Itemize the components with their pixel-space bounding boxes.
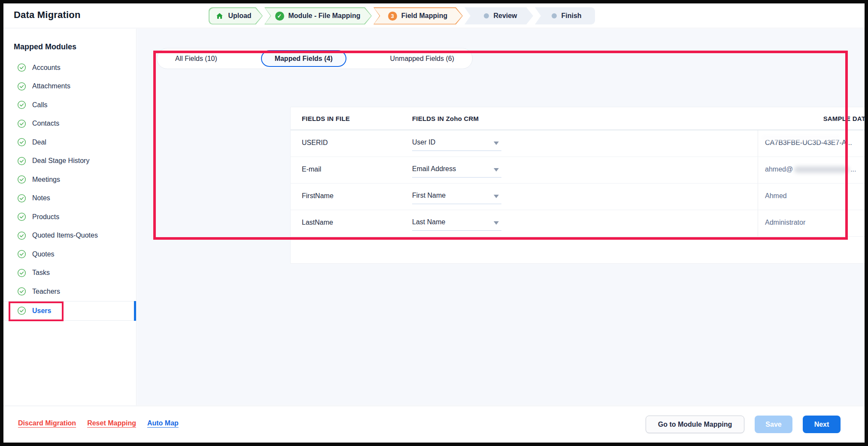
step-review[interactable]: Review — [464, 7, 533, 24]
footer-bar: Discard Migration Reset Mapping Auto Map… — [3, 406, 865, 443]
chevron-down-icon — [494, 221, 499, 225]
header-bar: Data Migration Upload ✓ Module — [3, 3, 865, 28]
sidebar-item-label: Accounts — [32, 64, 61, 72]
sidebar-item-quoted-items-quotes[interactable]: Quoted Items-Quotes — [3, 226, 136, 245]
check-circle-icon — [17, 231, 26, 240]
check-circle-icon — [17, 119, 26, 128]
check-circle-icon — [17, 250, 26, 259]
sidebar-item-deal[interactable]: Deal — [3, 133, 136, 152]
check-circle-icon — [17, 212, 26, 221]
sidebar-item-calls[interactable]: Calls — [3, 96, 136, 115]
step-label: Module - File Mapping — [288, 12, 361, 20]
step-field-mapping[interactable]: 3 Field Mapping — [373, 7, 463, 24]
reset-mapping-link[interactable]: Reset Mapping — [87, 419, 136, 427]
dropdown-value: Email Address — [412, 165, 456, 173]
sample-value-1: Administrator — [765, 219, 805, 226]
step-number-badge: 3 — [388, 12, 397, 21]
sidebar-item-notes[interactable]: Notes — [3, 189, 136, 208]
next-button[interactable]: Next — [803, 416, 841, 433]
sidebar-item-accounts[interactable]: Accounts — [3, 58, 136, 77]
sidebar-heading: Mapped Modules — [14, 42, 136, 51]
sidebar-item-products[interactable]: Products — [3, 208, 136, 226]
save-button[interactable]: Save — [755, 416, 792, 433]
auto-map-link[interactable]: Auto Map — [147, 419, 179, 427]
step-label: Field Mapping — [401, 12, 448, 20]
tab-all-fields[interactable]: All Fields (10) — [161, 50, 232, 67]
step-upload[interactable]: Upload — [209, 7, 263, 24]
mapped-modules-sidebar: Mapped Modules Accounts Attachments Call… — [3, 29, 137, 405]
table-row: USERID User ID CA7B3FBE-UC3D-43E7-A... — [291, 130, 868, 157]
check-circle-icon — [17, 157, 26, 166]
sidebar-item-label: Notes — [32, 194, 50, 202]
sidebar-item-quotes[interactable]: Quotes — [3, 245, 136, 264]
sidebar-item-label: Deal — [32, 139, 46, 146]
dropdown-value: First Name — [412, 192, 446, 199]
field-mapping-panel: All Fields (10) Mapped Fields (4) Unmapp… — [137, 29, 865, 405]
step-finish[interactable]: Finish — [535, 7, 595, 24]
step-module-file-mapping[interactable]: ✓ Module - File Mapping — [264, 7, 372, 24]
sidebar-item-contacts[interactable]: Contacts — [3, 115, 136, 133]
sidebar-item-label: Teachers — [32, 288, 60, 295]
sample-value-1: CA7B3FBE-UC3D-43E7-A... — [765, 139, 852, 147]
sidebar-item-attachments[interactable]: Attachments — [3, 77, 136, 96]
table-row: E-mail Email Address ahmed@... alina@sta… — [291, 157, 868, 184]
crm-field-dropdown[interactable]: First Name — [412, 190, 501, 204]
sidebar-item-label: Meetings — [32, 176, 60, 184]
sidebar-item-teachers[interactable]: Teachers — [3, 282, 136, 301]
column-header-fields-in-file: FIELDS IN FILE — [302, 115, 350, 122]
pending-dot-icon — [552, 13, 557, 18]
sidebar-item-tasks[interactable]: Tasks — [3, 264, 136, 283]
dropdown-value: User ID — [412, 139, 435, 146]
sidebar-item-label: Products — [32, 213, 59, 221]
sidebar-item-label: Users — [32, 307, 51, 315]
chevron-down-icon — [494, 195, 499, 198]
tab-unmapped-fields[interactable]: Unmapped Fields (6) — [376, 50, 469, 67]
chevron-down-icon — [494, 168, 499, 172]
file-field-label: USERID — [302, 139, 328, 147]
crm-field-dropdown[interactable]: Email Address — [412, 163, 501, 178]
data-migration-window: Data Migration Upload ✓ Module — [0, 0, 868, 446]
crm-field-dropdown[interactable]: Last Name — [412, 216, 501, 231]
check-circle-icon — [17, 138, 26, 147]
check-circle-icon — [17, 100, 26, 109]
sidebar-item-meetings[interactable]: Meetings — [3, 170, 136, 189]
check-circle-icon — [17, 268, 26, 277]
table-header-row: FIELDS IN FILE FIELDS IN Zoho CRM SAMPLE… — [291, 107, 868, 130]
table-row: LastName Last Name Administrator Mohamed — [291, 210, 868, 237]
file-field-label: LastName — [302, 219, 333, 226]
check-circle-icon — [17, 287, 26, 296]
fields-tabbar: All Fields (10) Mapped Fields (4) Unmapp… — [157, 48, 473, 69]
sidebar-item-label: Attachments — [32, 82, 70, 90]
module-list: Accounts Attachments Calls Contacts Deal… — [3, 58, 136, 321]
go-to-module-mapping-button[interactable]: Go to Module Mapping — [646, 416, 744, 433]
check-circle-icon — [17, 82, 26, 91]
sample-value-1: Ahmed — [765, 192, 787, 200]
discard-migration-link[interactable]: Discard Migration — [18, 419, 76, 427]
check-circle-icon — [17, 306, 26, 315]
footer-links: Discard Migration Reset Mapping Auto Map — [18, 419, 179, 427]
home-icon — [215, 12, 224, 20]
sidebar-item-label: Contacts — [32, 120, 59, 127]
sidebar-item-deal-stage-history[interactable]: Deal Stage History — [3, 152, 136, 171]
dropdown-value: Last Name — [412, 218, 445, 226]
sidebar-item-users[interactable]: Users — [3, 301, 136, 321]
check-circle-icon — [17, 175, 26, 184]
chevron-down-icon — [494, 142, 499, 145]
column-header-sample-data: SAMPLE DATA FROM FILE — [758, 115, 868, 122]
check-circle-icon — [17, 194, 26, 203]
crm-field-dropdown[interactable]: User ID — [412, 136, 501, 151]
sidebar-item-label: Tasks — [32, 269, 50, 277]
step-label: Finish — [561, 12, 581, 20]
check-circle-icon: ✓ — [275, 12, 284, 21]
tab-mapped-fields[interactable]: Mapped Fields (4) — [261, 50, 346, 67]
sample-value-1: ahmed@... — [765, 166, 856, 173]
footer-buttons: Go to Module Mapping Save Next — [646, 416, 841, 433]
table-row: FirstName First Name Ahmed Alina — [291, 184, 868, 210]
sidebar-item-label: Quoted Items-Quotes — [32, 232, 98, 239]
column-header-fields-in-crm: FIELDS IN Zoho CRM — [412, 115, 479, 122]
sidebar-item-label: Deal Stage History — [32, 157, 89, 165]
sidebar-item-label: Quotes — [32, 250, 55, 258]
step-label: Review — [493, 12, 517, 20]
step-label: Upload — [228, 12, 251, 20]
mapping-table: FIELDS IN FILE FIELDS IN Zoho CRM SAMPLE… — [290, 107, 868, 264]
